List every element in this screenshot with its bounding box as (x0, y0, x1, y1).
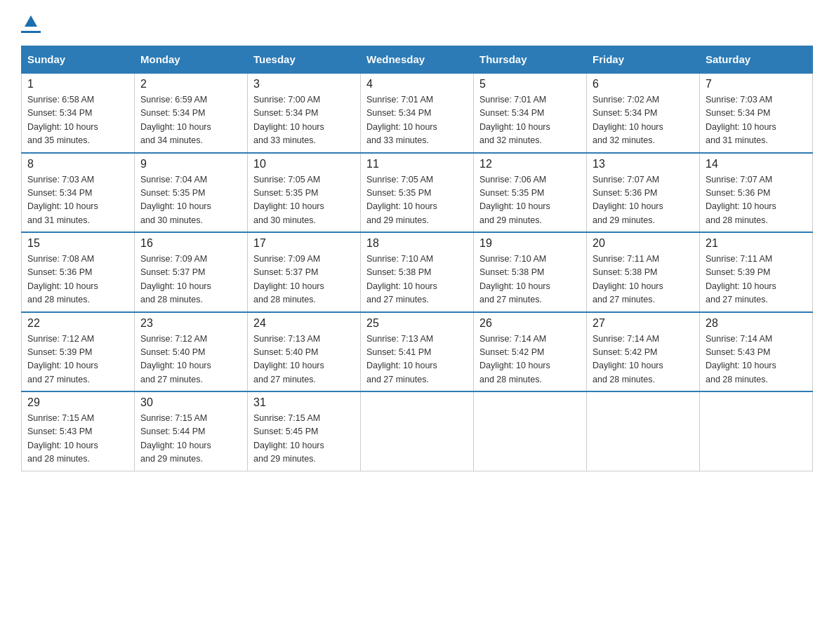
day-info: Sunrise: 7:05 AMSunset: 5:35 PMDaylight:… (366, 173, 468, 228)
day-info: Sunrise: 7:07 AMSunset: 5:36 PMDaylight:… (593, 173, 694, 228)
day-number: 16 (140, 237, 241, 250)
header (21, 14, 813, 33)
calendar-cell: 13Sunrise: 7:07 AMSunset: 5:36 PMDayligh… (587, 153, 700, 233)
col-header-wednesday: Wednesday (361, 46, 474, 74)
day-number: 1 (27, 78, 128, 90)
calendar-cell: 30Sunrise: 7:15 AMSunset: 5:44 PMDayligh… (135, 391, 248, 471)
calendar-cell: 8Sunrise: 7:03 AMSunset: 5:34 PMDaylight… (22, 153, 135, 233)
calendar-cell: 22Sunrise: 7:12 AMSunset: 5:39 PMDayligh… (22, 312, 135, 392)
calendar-cell: 19Sunrise: 7:10 AMSunset: 5:38 PMDayligh… (474, 232, 587, 312)
col-header-tuesday: Tuesday (248, 46, 361, 74)
day-info: Sunrise: 7:08 AMSunset: 5:36 PMDaylight:… (27, 253, 128, 307)
day-number: 4 (366, 78, 468, 90)
day-number: 18 (366, 237, 468, 250)
calendar-cell: 3Sunrise: 7:00 AMSunset: 5:34 PMDaylight… (248, 73, 361, 153)
calendar-week-row: 1Sunrise: 6:58 AMSunset: 5:34 PMDaylight… (22, 73, 813, 153)
calendar-cell (587, 391, 700, 471)
day-number: 6 (593, 78, 694, 90)
day-number: 3 (253, 78, 355, 90)
day-info: Sunrise: 7:10 AMSunset: 5:38 PMDaylight:… (479, 253, 581, 307)
logo-divider (21, 31, 41, 33)
day-number: 10 (253, 158, 355, 170)
day-info: Sunrise: 7:06 AMSunset: 5:35 PMDaylight:… (479, 173, 581, 228)
calendar-cell: 27Sunrise: 7:14 AMSunset: 5:42 PMDayligh… (587, 312, 700, 392)
day-number: 30 (140, 396, 241, 409)
calendar-cell: 21Sunrise: 7:11 AMSunset: 5:39 PMDayligh… (700, 232, 813, 312)
day-info: Sunrise: 7:14 AMSunset: 5:43 PMDaylight:… (706, 333, 807, 387)
col-header-thursday: Thursday (474, 46, 587, 74)
day-number: 25 (366, 317, 468, 330)
day-number: 12 (479, 158, 581, 170)
day-number: 15 (27, 237, 128, 250)
calendar-cell (474, 391, 587, 471)
calendar-cell: 28Sunrise: 7:14 AMSunset: 5:43 PMDayligh… (700, 312, 813, 392)
day-info: Sunrise: 7:09 AMSunset: 5:37 PMDaylight:… (140, 253, 241, 307)
calendar-cell: 25Sunrise: 7:13 AMSunset: 5:41 PMDayligh… (361, 312, 474, 392)
calendar-cell: 14Sunrise: 7:07 AMSunset: 5:36 PMDayligh… (700, 153, 813, 233)
calendar-cell: 16Sunrise: 7:09 AMSunset: 5:37 PMDayligh… (135, 232, 248, 312)
day-number: 13 (593, 158, 694, 170)
day-number: 23 (140, 317, 241, 330)
day-number: 24 (253, 317, 355, 330)
logo (21, 14, 41, 33)
day-info: Sunrise: 7:00 AMSunset: 5:34 PMDaylight:… (253, 93, 355, 148)
calendar-cell: 5Sunrise: 7:01 AMSunset: 5:34 PMDaylight… (474, 73, 587, 153)
calendar-week-row: 22Sunrise: 7:12 AMSunset: 5:39 PMDayligh… (22, 312, 813, 392)
calendar-cell: 1Sunrise: 6:58 AMSunset: 5:34 PMDaylight… (22, 73, 135, 153)
day-info: Sunrise: 7:14 AMSunset: 5:42 PMDaylight:… (479, 333, 581, 387)
day-number: 9 (140, 158, 241, 170)
calendar-cell: 15Sunrise: 7:08 AMSunset: 5:36 PMDayligh… (22, 232, 135, 312)
day-info: Sunrise: 7:01 AMSunset: 5:34 PMDaylight:… (479, 93, 581, 148)
day-info: Sunrise: 7:15 AMSunset: 5:45 PMDaylight:… (253, 412, 355, 467)
day-info: Sunrise: 7:07 AMSunset: 5:36 PMDaylight:… (706, 173, 807, 228)
day-number: 21 (706, 237, 807, 250)
calendar-header-row: SundayMondayTuesdayWednesdayThursdayFrid… (22, 46, 813, 74)
logo-triangle-icon (23, 14, 39, 29)
day-info: Sunrise: 7:15 AMSunset: 5:43 PMDaylight:… (27, 412, 128, 467)
col-header-friday: Friday (587, 46, 700, 74)
col-header-monday: Monday (135, 46, 248, 74)
calendar-cell: 17Sunrise: 7:09 AMSunset: 5:37 PMDayligh… (248, 232, 361, 312)
calendar-cell: 18Sunrise: 7:10 AMSunset: 5:38 PMDayligh… (361, 232, 474, 312)
day-info: Sunrise: 7:13 AMSunset: 5:41 PMDaylight:… (366, 333, 468, 387)
day-number: 26 (479, 317, 581, 330)
day-number: 31 (253, 396, 355, 409)
day-info: Sunrise: 7:09 AMSunset: 5:37 PMDaylight:… (253, 253, 355, 307)
day-number: 8 (27, 158, 128, 170)
calendar-cell: 2Sunrise: 6:59 AMSunset: 5:34 PMDaylight… (135, 73, 248, 153)
calendar-cell: 29Sunrise: 7:15 AMSunset: 5:43 PMDayligh… (22, 391, 135, 471)
calendar-cell (361, 391, 474, 471)
calendar-cell: 20Sunrise: 7:11 AMSunset: 5:38 PMDayligh… (587, 232, 700, 312)
day-info: Sunrise: 7:11 AMSunset: 5:38 PMDaylight:… (593, 253, 694, 307)
day-info: Sunrise: 7:05 AMSunset: 5:35 PMDaylight:… (253, 173, 355, 228)
day-number: 20 (593, 237, 694, 250)
calendar-cell: 23Sunrise: 7:12 AMSunset: 5:40 PMDayligh… (135, 312, 248, 392)
calendar-week-row: 15Sunrise: 7:08 AMSunset: 5:36 PMDayligh… (22, 232, 813, 312)
day-info: Sunrise: 7:15 AMSunset: 5:44 PMDaylight:… (140, 412, 241, 467)
day-info: Sunrise: 7:10 AMSunset: 5:38 PMDaylight:… (366, 253, 468, 307)
day-number: 22 (27, 317, 128, 330)
day-number: 27 (593, 317, 694, 330)
day-number: 7 (706, 78, 807, 90)
day-number: 14 (706, 158, 807, 170)
day-info: Sunrise: 7:02 AMSunset: 5:34 PMDaylight:… (593, 93, 694, 148)
col-header-saturday: Saturday (700, 46, 813, 74)
day-info: Sunrise: 6:58 AMSunset: 5:34 PMDaylight:… (27, 93, 128, 148)
day-info: Sunrise: 7:01 AMSunset: 5:34 PMDaylight:… (366, 93, 468, 148)
calendar-week-row: 8Sunrise: 7:03 AMSunset: 5:34 PMDaylight… (22, 153, 813, 233)
calendar-cell: 11Sunrise: 7:05 AMSunset: 5:35 PMDayligh… (361, 153, 474, 233)
day-info: Sunrise: 7:14 AMSunset: 5:42 PMDaylight:… (593, 333, 694, 387)
svg-marker-0 (25, 15, 37, 27)
calendar-cell: 26Sunrise: 7:14 AMSunset: 5:42 PMDayligh… (474, 312, 587, 392)
calendar-cell (700, 391, 813, 471)
calendar-cell: 9Sunrise: 7:04 AMSunset: 5:35 PMDaylight… (135, 153, 248, 233)
day-info: Sunrise: 7:03 AMSunset: 5:34 PMDaylight:… (27, 173, 128, 228)
day-info: Sunrise: 6:59 AMSunset: 5:34 PMDaylight:… (140, 93, 241, 148)
calendar-cell: 4Sunrise: 7:01 AMSunset: 5:34 PMDaylight… (361, 73, 474, 153)
day-info: Sunrise: 7:13 AMSunset: 5:40 PMDaylight:… (253, 333, 355, 387)
calendar-cell: 12Sunrise: 7:06 AMSunset: 5:35 PMDayligh… (474, 153, 587, 233)
calendar-cell: 6Sunrise: 7:02 AMSunset: 5:34 PMDaylight… (587, 73, 700, 153)
day-number: 2 (140, 78, 241, 90)
day-info: Sunrise: 7:11 AMSunset: 5:39 PMDaylight:… (706, 253, 807, 307)
col-header-sunday: Sunday (22, 46, 135, 74)
